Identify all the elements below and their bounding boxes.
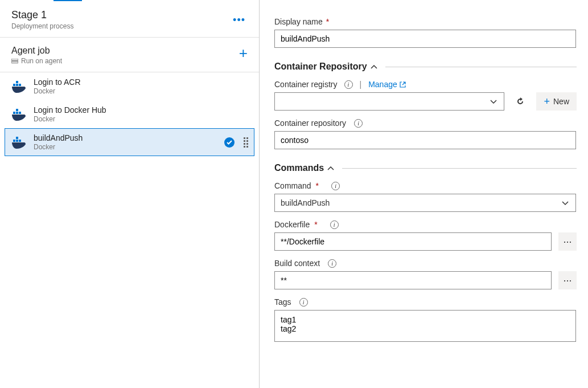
build-context-input[interactable] [274,271,552,289]
svg-rect-1 [11,62,18,63]
required-asterisk: * [316,181,319,190]
chevron-up-icon [371,65,377,70]
task-login-dockerhub[interactable]: Login to Docker Hub Docker [5,100,254,128]
command-label: Command [274,181,311,190]
task-name: Login to ACR [34,77,248,87]
job-subtitle: Run on agent [21,57,62,65]
task-name: buildAndPush [34,133,217,142]
active-tab-indicator [54,0,82,1]
chevron-down-icon [562,201,569,206]
task-type: Docker [34,143,217,151]
svg-rect-6 [13,112,15,114]
info-icon[interactable]: i [299,298,308,307]
tags-textarea[interactable] [274,310,576,342]
new-button[interactable]: + New [536,92,577,111]
chevron-up-icon [327,166,334,171]
agent-job-header[interactable]: Agent job Run on agent + [0,38,259,72]
docker-icon [12,135,27,150]
svg-rect-3 [16,84,18,86]
stage-title: Stage 1 [11,9,73,21]
svg-rect-9 [19,112,21,114]
dockerfile-input[interactable] [274,232,552,251]
tags-label: Tags [274,297,291,307]
info-icon[interactable]: i [328,259,336,268]
manage-link[interactable]: Manage [368,80,406,89]
display-name-input[interactable] [274,30,576,48]
command-select[interactable]: buildAndPush [274,194,576,212]
svg-rect-11 [16,140,18,142]
svg-rect-8 [16,109,18,111]
task-name: Login to Docker Hub [34,105,248,115]
svg-rect-5 [19,84,21,86]
info-icon[interactable]: i [344,80,353,89]
svg-rect-7 [16,112,18,114]
svg-rect-0 [11,59,18,60]
svg-rect-12 [16,137,18,139]
browse-button[interactable]: ··· [558,271,577,289]
container-registry-select[interactable] [274,92,504,111]
add-task-button[interactable]: + [239,46,248,60]
docker-icon [12,107,27,122]
refresh-button[interactable] [511,92,529,111]
container-registry-label: Container registry [274,80,338,89]
job-title: Agent job [11,46,62,56]
info-icon[interactable]: i [354,119,363,128]
stage-header: Stage 1 Deployment process ••• [0,3,259,38]
section-container-repository[interactable]: Container Repository [274,62,577,72]
svg-rect-13 [19,140,21,142]
drag-handle-icon[interactable] [244,137,248,148]
build-context-label: Build context [274,259,320,268]
check-icon [224,137,235,148]
browse-button[interactable]: ··· [558,232,577,251]
task-type: Docker [34,115,248,123]
docker-icon [12,79,27,94]
info-icon[interactable]: i [330,220,339,229]
task-login-acr[interactable]: Login to ACR Docker [5,72,254,100]
stage-more-icon[interactable]: ••• [231,13,248,27]
task-buildandpush[interactable]: buildAndPush Docker [5,128,254,156]
stage-subtitle: Deployment process [11,22,73,30]
task-type: Docker [34,87,248,95]
container-repository-label: Container repository [274,119,346,128]
section-commands[interactable]: Commands [274,163,577,173]
server-icon [11,59,18,63]
plus-icon: + [544,96,550,107]
svg-rect-2 [13,84,15,86]
info-icon[interactable]: i [331,182,340,190]
dockerfile-label: Dockerfile [274,220,310,229]
svg-rect-4 [16,81,18,83]
section-title: Commands [274,163,324,173]
section-title: Container Repository [274,62,367,72]
external-link-icon [400,81,406,88]
task-list: Login to ACR Docker Login to Docker Hub … [0,72,259,156]
chevron-down-icon [490,100,497,104]
required-asterisk: * [326,17,329,26]
svg-rect-10 [13,140,15,142]
container-repository-input[interactable] [274,131,576,149]
display-name-label: Display name [274,17,323,26]
refresh-icon [516,97,525,106]
required-asterisk: * [314,220,317,229]
